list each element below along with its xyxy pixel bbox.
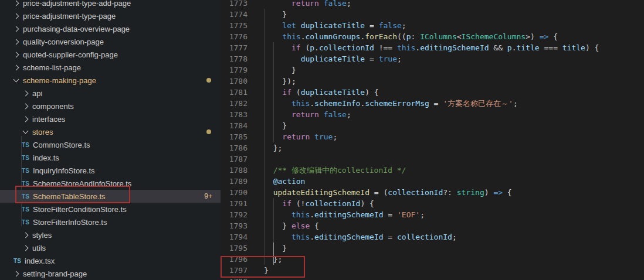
- gutter-line-number[interactable]: 1790: [221, 187, 248, 198]
- tree-file-schemestoreandinfostore-ts[interactable]: TSSchemeStoreAndInfoStore.ts: [0, 177, 221, 190]
- gutter-line-number[interactable]: 1796: [221, 254, 248, 265]
- gutter-line-number[interactable]: 1781: [221, 87, 248, 98]
- code-text: /** 修改编辑中的collectionId */: [264, 165, 406, 176]
- code-line[interactable]: 1789 @action: [221, 176, 644, 187]
- gutter-line-number[interactable]: 1792: [221, 209, 248, 220]
- code-text: this.editingSchemeId = collectionId;: [264, 231, 457, 243]
- gutter-line-number[interactable]: 1778: [221, 53, 248, 64]
- code-text: if (p.collectionId !== this.editingSchem…: [264, 42, 599, 53]
- code-text: this.columnGroups.forEach((p: IColumns<I…: [264, 31, 558, 42]
- code-line[interactable]: 1781 if (duplicateTitle) {: [221, 87, 644, 98]
- code-line[interactable]: 1797}: [221, 265, 644, 276]
- code-line[interactable]: 1783 return false;: [221, 109, 644, 120]
- gutter-line-number[interactable]: 1773: [221, 0, 248, 9]
- gutter-line-number[interactable]: 1793: [221, 220, 248, 231]
- code-line[interactable]: 1776 this.columnGroups.forEach((p: IColu…: [221, 31, 644, 42]
- code-line[interactable]: 1774 }: [221, 9, 644, 20]
- gutter-line-number[interactable]: 1784: [221, 120, 248, 131]
- code-line[interactable]: 1795 }: [221, 243, 644, 254]
- tree-item-label: price-adjustment-type-add-page: [23, 0, 221, 8]
- active-indent-guide: [273, 243, 274, 265]
- code-line[interactable]: 1798: [221, 276, 644, 280]
- gutter-line-number[interactable]: 1788: [221, 165, 248, 176]
- code-line[interactable]: 1778 duplicateTitle = true;: [221, 53, 644, 64]
- gutter-line-number[interactable]: 1789: [221, 176, 248, 187]
- tree-file-inquiryinfostore-ts[interactable]: TSInquiryInfoStore.ts: [0, 164, 221, 177]
- gutter-line-number[interactable]: 1774: [221, 9, 248, 20]
- code-line[interactable]: 1775 let duplicateTitle = false;: [221, 20, 644, 31]
- code-line[interactable]: 1784 }: [221, 120, 644, 131]
- code-line[interactable]: 1786 };: [221, 142, 644, 153]
- gutter-line-number[interactable]: 1782: [221, 98, 248, 109]
- code-line[interactable]: 1790 updateEditingSchemeId = (collection…: [221, 187, 644, 198]
- tree-folder-styles[interactable]: styles: [0, 228, 221, 241]
- tree-folder-quoted-supplier-config-page[interactable]: quoted-supplier-config-page: [0, 48, 221, 61]
- tree-file-commonstore-ts[interactable]: TSCommonStore.ts: [0, 138, 221, 151]
- tree-folder-quality-conversion-page[interactable]: quality-conversion-page: [0, 35, 221, 48]
- chevron-right-icon: [13, 271, 19, 276]
- code-text: };: [264, 142, 282, 153]
- tree-folder-stores[interactable]: stores: [0, 125, 221, 138]
- gutter-line-number[interactable]: 1780: [221, 76, 248, 87]
- tree-item-label: scheme-making-page: [23, 76, 206, 85]
- tree-item-label: interfaces: [32, 115, 221, 124]
- tree-file-index-ts[interactable]: TSindex.ts: [0, 151, 221, 164]
- code-line[interactable]: 1788 /** 修改编辑中的collectionId */: [221, 165, 644, 176]
- code-line[interactable]: 1794 this.editingSchemeId = collectionId…: [221, 231, 644, 243]
- code-text: this.editingSchemeId = 'EOF';: [264, 209, 425, 220]
- tree-item-label: InquiryInfoStore.ts: [33, 166, 221, 175]
- gutter-line-number[interactable]: 1795: [221, 243, 248, 254]
- code-line[interactable]: 1785 return true;: [221, 131, 644, 142]
- code-line[interactable]: 1792 this.editingSchemeId = 'EOF';: [221, 209, 644, 220]
- tree-file-storefilterconditionstore-ts[interactable]: TSStoreFilterConditionStore.ts: [0, 203, 221, 216]
- gutter-line-number[interactable]: 1786: [221, 142, 248, 153]
- indent-guide: [264, 9, 265, 265]
- code-line[interactable]: 1779 }: [221, 64, 644, 76]
- gutter-line-number[interactable]: 1791: [221, 198, 248, 209]
- tree-file-schemetablestore-ts[interactable]: TSSchemeTableStore.ts9+: [0, 190, 221, 203]
- code-editor[interactable]: 1773 return false;1774 }1775 let duplica…: [221, 0, 644, 280]
- code-text: }: [264, 64, 296, 76]
- tree-item-label: setting-brand-page: [23, 269, 221, 278]
- tree-folder-utils[interactable]: utils: [0, 241, 221, 254]
- code-line[interactable]: 1787: [221, 153, 644, 165]
- code-text: });: [264, 76, 296, 87]
- gutter-line-number[interactable]: 1775: [221, 20, 248, 31]
- tree-folder-price-adjustment-type-add-page[interactable]: price-adjustment-type-add-page: [0, 0, 221, 9]
- gutter-line-number[interactable]: 1798: [221, 276, 248, 280]
- tree-file-storefilterinfostore-ts[interactable]: TSStoreFilterInfoStore.ts: [0, 216, 221, 228]
- tree-folder-api[interactable]: api: [0, 87, 221, 100]
- tree-folder-interfaces[interactable]: interfaces: [0, 112, 221, 125]
- gutter-line-number[interactable]: 1787: [221, 153, 248, 165]
- tree-folder-setting-brand-page[interactable]: setting-brand-page: [0, 267, 221, 280]
- code-line[interactable]: 1796 };: [221, 254, 644, 265]
- code-line[interactable]: 1782 this.schemeInfo.schemeErrorMsg = '方…: [221, 98, 644, 109]
- code-line[interactable]: 1793 } else {: [221, 220, 644, 231]
- tree-folder-scheme-list-page[interactable]: scheme-list-page: [0, 61, 221, 74]
- indent-guide: [273, 42, 274, 142]
- tree-folder-purchasing-data-overview-page[interactable]: purchasing-data-overview-page: [0, 22, 221, 35]
- code-line[interactable]: 1791 if (!collectionId) {: [221, 198, 644, 209]
- tree-folder-components[interactable]: components: [0, 100, 221, 112]
- chevron-right-icon: [13, 13, 19, 19]
- gutter-line-number[interactable]: 1777: [221, 42, 248, 53]
- gutter-line-number[interactable]: 1785: [221, 131, 248, 142]
- tree-item-label: StoreFilterInfoStore.ts: [33, 218, 221, 227]
- code-line[interactable]: 1780 });: [221, 76, 644, 87]
- typescript-file-icon: TS: [21, 155, 30, 161]
- code-line[interactable]: 1773 return false;: [221, 0, 644, 9]
- gutter-line-number[interactable]: 1776: [221, 31, 248, 42]
- gutter-line-number[interactable]: 1783: [221, 109, 248, 120]
- tree-folder-scheme-making-page[interactable]: scheme-making-page: [0, 74, 221, 87]
- typescript-file-icon: TS: [21, 206, 30, 213]
- code-text: let duplicateTitle = false;: [264, 20, 406, 31]
- code-line[interactable]: 1777 if (p.collectionId !== this.editing…: [221, 42, 644, 53]
- chevron-right-icon: [23, 232, 29, 238]
- tree-folder-price-adjustment-type-page[interactable]: price-adjustment-type-page: [0, 9, 221, 22]
- gutter-line-number[interactable]: 1797: [221, 265, 248, 276]
- vscode-window: price-adjustment-type-add-pageprice-adju…: [0, 0, 644, 280]
- tree-file-index-tsx[interactable]: TSindex.tsx: [0, 254, 221, 267]
- tree-item-label: CommonStore.ts: [33, 141, 221, 149]
- gutter-line-number[interactable]: 1779: [221, 64, 248, 76]
- gutter-line-number[interactable]: 1794: [221, 231, 248, 243]
